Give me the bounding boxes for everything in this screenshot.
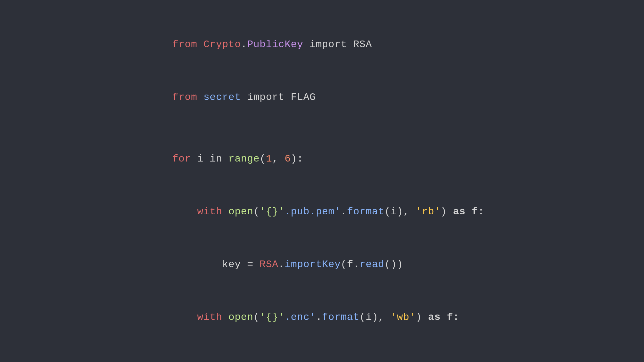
func-open1: open xyxy=(228,206,253,217)
var-i2: i xyxy=(391,206,397,217)
var-f1: f: xyxy=(472,206,484,217)
class-rsa: RSA xyxy=(353,39,372,50)
method-format1: format xyxy=(347,206,384,217)
blank-line-1 xyxy=(147,124,497,133)
dot1: . xyxy=(241,39,247,50)
keyword-in: in xyxy=(210,153,229,165)
const-flag: FLAG xyxy=(291,91,316,103)
dot-enc: .enc' xyxy=(285,311,316,323)
var-i: i xyxy=(197,153,210,165)
method-importkey: importKey xyxy=(285,259,341,270)
keyword-from: from xyxy=(172,39,203,50)
module-publickey: PublicKey xyxy=(247,39,303,50)
keyword-for: for xyxy=(172,153,197,165)
paren-open1: ( xyxy=(260,153,266,165)
string-pub: '{}' xyxy=(260,206,285,217)
method-format2: format xyxy=(322,311,359,323)
paren7: ()) xyxy=(384,259,403,270)
module-crypto: Crypto xyxy=(203,39,241,50)
dot-pub: .pub.pem' xyxy=(285,206,341,217)
line-import2: from secret import FLAG xyxy=(147,71,497,124)
line-for: for i in range(1, 6): xyxy=(147,133,497,185)
paren11: ) xyxy=(416,311,428,323)
paren-close1: ): xyxy=(291,153,303,165)
line-fwrite: f.write(key.encrypt(FLAG.encode(), None)… xyxy=(147,344,497,362)
line-with1: with open('{}'.pub.pem'.format(i), 'rb')… xyxy=(147,185,497,238)
num-1: 1 xyxy=(266,153,272,165)
keyword-as2: as xyxy=(428,311,447,323)
keyword-with2: with xyxy=(172,311,229,323)
line-import1: from Crypto.PublicKey import RSA xyxy=(147,18,497,71)
paren3: ( xyxy=(384,206,391,217)
string-rb: 'rb' xyxy=(416,206,441,217)
paren9: ( xyxy=(359,311,366,323)
keyword-import: import xyxy=(303,39,353,50)
line-key: key = RSA.importKey(f.read()) xyxy=(147,238,497,291)
var-i3: i xyxy=(366,311,372,323)
string-wb: 'wb' xyxy=(391,311,415,323)
paren10: ), xyxy=(372,311,391,323)
keyword-from2: from xyxy=(172,91,203,103)
func-range: range xyxy=(228,153,259,165)
comma1: , xyxy=(272,153,285,165)
var-key1: key xyxy=(172,259,247,270)
dot3: . xyxy=(278,259,285,270)
dot2: . xyxy=(341,206,347,217)
code-block: #!/usr/bin/env python3 from Crypto.Publi… xyxy=(128,0,515,362)
paren4: ), xyxy=(397,206,416,217)
var-f3: f: xyxy=(447,311,459,323)
func-open2: open xyxy=(228,311,253,323)
method-read: read xyxy=(359,259,384,270)
module-secret: secret xyxy=(203,91,241,103)
var-f2: f xyxy=(347,259,353,270)
dot4: . xyxy=(353,259,359,270)
string-enc: '{}' xyxy=(260,311,285,323)
paren6: ( xyxy=(341,259,347,270)
line-shebang: #!/usr/bin/env python3 xyxy=(147,0,497,18)
paren2: ( xyxy=(253,206,260,217)
eq1: = xyxy=(247,259,260,270)
keyword-with1: with xyxy=(172,206,229,217)
num-6: 6 xyxy=(285,153,291,165)
paren8: ( xyxy=(253,311,260,323)
paren5: ) xyxy=(441,206,453,217)
dot5: . xyxy=(316,311,322,323)
class-rsa2: RSA xyxy=(260,259,279,270)
keyword-as1: as xyxy=(453,206,472,217)
line-with2: with open('{}'.enc'.format(i), 'wb') as … xyxy=(147,291,497,344)
keyword-import2: import xyxy=(241,91,291,103)
